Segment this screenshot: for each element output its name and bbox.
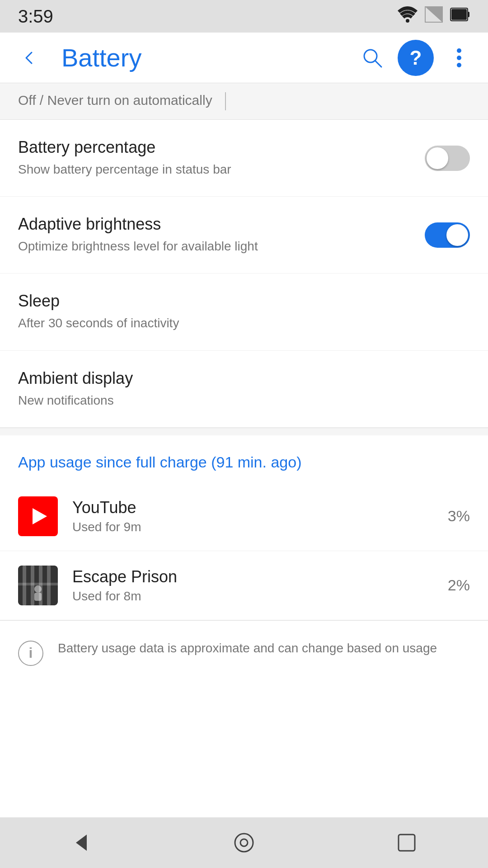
svg-rect-4: [468, 12, 469, 17]
escape-prison-usage-item[interactable]: Escape Prison Used for 8m 2%: [0, 551, 488, 620]
ambient-display-subtitle: New notifications: [18, 392, 470, 409]
status-icons: [398, 6, 470, 26]
scroll-hint: Off / Never turn on automatically: [0, 83, 488, 120]
svg-rect-17: [18, 583, 58, 585]
svg-point-8: [457, 48, 461, 53]
battery-percentage-toggle[interactable]: [425, 146, 470, 171]
svg-point-0: [406, 19, 409, 23]
status-bar: 3:59: [0, 0, 488, 33]
youtube-app-icon: [18, 496, 58, 536]
scroll-hint-text: Off / Never turn on automatically: [18, 93, 212, 108]
youtube-play-icon: [33, 508, 47, 524]
escape-prison-name: Escape Prison: [72, 567, 448, 586]
adaptive-brightness-toggle[interactable]: [425, 222, 470, 248]
bottom-nav: [0, 817, 488, 868]
svg-point-18: [34, 585, 42, 593]
battery-percentage-text: Battery percentage Show battery percenta…: [18, 138, 414, 178]
back-button[interactable]: [11, 40, 47, 76]
svg-point-9: [457, 56, 461, 60]
app-usage-title: App usage since full charge (91 min. ago…: [18, 453, 470, 471]
wifi-icon: [398, 6, 418, 26]
svg-rect-23: [399, 835, 415, 851]
adaptive-brightness-item[interactable]: Adaptive brightness Optimize brightness …: [0, 197, 488, 274]
app-usage-header: App usage since full charge (91 min. ago…: [0, 435, 488, 482]
adaptive-brightness-toggle-thumb: [446, 224, 468, 246]
nav-home-button[interactable]: [226, 825, 262, 861]
sleep-text: Sleep After 30 seconds of inactivity: [18, 292, 470, 332]
battery-status-icon: [450, 6, 470, 26]
settings-list: Battery percentage Show battery percenta…: [0, 120, 488, 428]
info-icon: i: [18, 641, 43, 666]
svg-point-10: [457, 63, 461, 67]
svg-rect-5: [451, 9, 467, 20]
help-icon: ?: [410, 48, 422, 68]
battery-percentage-title: Battery percentage: [18, 138, 414, 157]
svg-line-7: [375, 61, 381, 67]
page-title: Battery: [61, 43, 340, 72]
nav-back-button[interactable]: [63, 825, 99, 861]
info-footer-text: Battery usage data is approximate and ca…: [58, 639, 437, 658]
youtube-usage-percent: 3%: [448, 507, 470, 525]
prison-bg: [18, 566, 58, 605]
search-button[interactable]: [354, 40, 390, 76]
escape-prison-info: Escape Prison Used for 8m: [72, 567, 448, 604]
svg-marker-20: [76, 835, 87, 851]
escape-prison-app-icon: [18, 566, 58, 605]
app-bar: Battery ?: [0, 33, 488, 83]
more-options-button[interactable]: [441, 40, 477, 76]
youtube-info: YouTube Used for 9m: [72, 498, 448, 534]
section-spacer: [0, 428, 488, 435]
svg-point-21: [235, 834, 253, 852]
app-bar-actions: ?: [354, 40, 477, 76]
battery-percentage-toggle-thumb: [427, 147, 448, 169]
sleep-title: Sleep: [18, 292, 470, 311]
youtube-usage-item[interactable]: YouTube Used for 9m 3%: [0, 482, 488, 551]
battery-percentage-item[interactable]: Battery percentage Show battery percenta…: [0, 120, 488, 197]
battery-percentage-subtitle: Show battery percentage in status bar: [18, 160, 414, 178]
adaptive-brightness-title: Adaptive brightness: [18, 215, 414, 234]
help-button[interactable]: ?: [398, 40, 434, 76]
escape-prison-usage-time: Used for 8m: [72, 589, 448, 604]
nav-recents-button[interactable]: [389, 825, 425, 861]
ambient-display-title: Ambient display: [18, 369, 470, 388]
svg-rect-19: [34, 593, 42, 601]
info-footer: i Battery usage data is approximate and …: [0, 620, 488, 684]
escape-prison-usage-percent: 2%: [448, 576, 470, 594]
adaptive-brightness-subtitle: Optimize brightness level for available …: [18, 237, 414, 255]
sleep-item[interactable]: Sleep After 30 seconds of inactivity: [0, 274, 488, 350]
sleep-subtitle: After 30 seconds of inactivity: [18, 314, 470, 332]
youtube-name: YouTube: [72, 498, 448, 517]
status-time: 3:59: [18, 6, 53, 27]
app-usage-section: App usage since full charge (91 min. ago…: [0, 435, 488, 620]
signal-icon: [425, 6, 443, 26]
ambient-display-item[interactable]: Ambient display New notifications: [0, 351, 488, 428]
adaptive-brightness-text: Adaptive brightness Optimize brightness …: [18, 215, 414, 255]
youtube-usage-time: Used for 9m: [72, 520, 448, 534]
svg-point-22: [240, 839, 248, 846]
ambient-display-text: Ambient display New notifications: [18, 369, 470, 409]
